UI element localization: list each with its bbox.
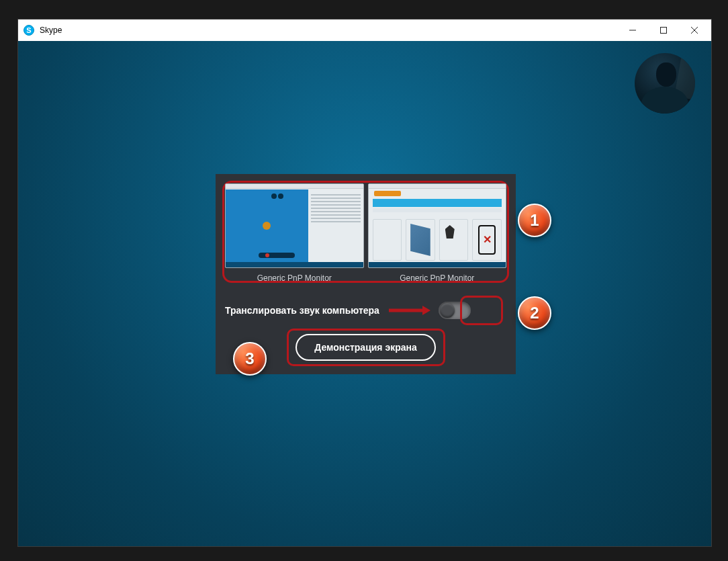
svg-marker-5 (422, 306, 430, 315)
screen-share-dialog: Generic PnP Monitor Generic PnP Monitor (216, 174, 516, 374)
monitor-thumbnail (368, 183, 507, 268)
share-audio-toggle[interactable] (439, 302, 471, 319)
maximize-button[interactable] (648, 20, 679, 40)
callout-badge-1: 1 (518, 204, 551, 237)
monitor-label: Generic PnP Monitor (400, 273, 474, 283)
call-area: Generic PnP Monitor Generic PnP Monitor (18, 41, 711, 546)
start-screen-share-button[interactable]: Демонстрация экрана (295, 334, 436, 361)
action-row: Демонстрация экрана (225, 334, 506, 361)
callout-badge-2: 2 (518, 296, 551, 330)
minimize-button[interactable] (617, 20, 648, 40)
avatar[interactable] (635, 53, 695, 114)
arrow-right-icon (388, 306, 430, 315)
monitor-label: Generic PnP Monitor (257, 273, 332, 283)
window-controls (617, 20, 710, 40)
audio-toggle-row: Транслировать звук компьютера (225, 302, 506, 319)
window-title: Skype (40, 26, 62, 35)
monitor-thumbnail (225, 183, 364, 268)
svg-rect-1 (661, 28, 667, 34)
skype-icon (24, 25, 34, 36)
monitor-option-2[interactable]: Generic PnP Monitor (368, 183, 507, 283)
monitor-list: Generic PnP Monitor Generic PnP Monitor (225, 183, 506, 283)
app-window: Skype (17, 19, 712, 547)
close-button[interactable] (679, 20, 710, 40)
titlebar: Skype (18, 19, 711, 41)
monitor-option-1[interactable]: Generic PnP Monitor (225, 183, 364, 283)
audio-toggle-label: Транслировать звук компьютера (225, 305, 379, 316)
